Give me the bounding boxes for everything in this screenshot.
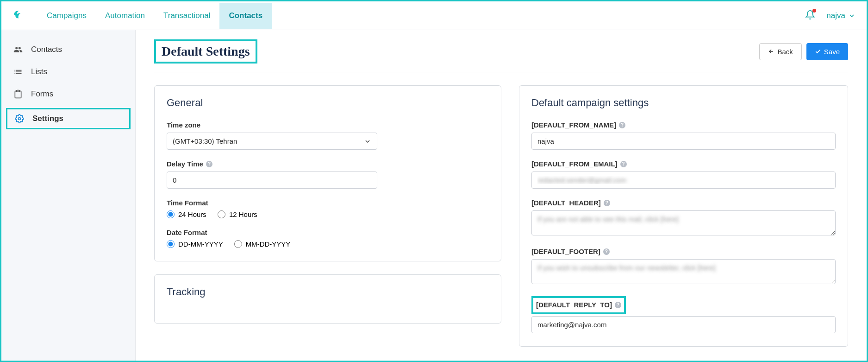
sidebar: Contacts Lists Forms Settings — [1, 30, 136, 361]
page-header: Default Settings Back Save — [154, 39, 848, 64]
list-icon — [13, 67, 24, 76]
from-name-input[interactable] — [531, 133, 836, 150]
timezone-label: Time zone — [167, 121, 489, 129]
save-button[interactable]: Save — [806, 43, 848, 60]
general-heading: General — [167, 97, 489, 109]
sidebar-item-label: Lists — [31, 67, 47, 76]
nav-tab-campaigns[interactable]: Campaigns — [37, 3, 96, 29]
footer-textarea[interactable]: If you wish to unsubscribe from our news… — [531, 259, 836, 284]
nav-tab-transactional[interactable]: Transactional — [154, 3, 219, 29]
user-name: najva — [826, 11, 845, 20]
header-actions: Back Save — [759, 43, 848, 60]
radio-mdy-label: MM-DD-YYYY — [246, 240, 291, 248]
delay-label: Delay Time ? — [167, 160, 489, 168]
sidebar-item-settings[interactable]: Settings — [6, 108, 131, 129]
campaign-settings-card: Default campaign settings [DEFAULT_FROM_… — [519, 85, 848, 347]
svg-rect-0 — [17, 90, 20, 92]
help-icon[interactable]: ? — [615, 302, 621, 308]
topbar-right: najva — [805, 10, 856, 22]
radio-24h[interactable]: 24 Hours — [167, 210, 206, 218]
clipboard-icon — [13, 89, 24, 99]
save-label: Save — [824, 48, 840, 56]
radio-24h-label: 24 Hours — [178, 210, 206, 218]
sidebar-item-label: Contacts — [31, 45, 62, 54]
sidebar-item-forms[interactable]: Forms — [1, 83, 135, 105]
reply-to-highlight: [DEFAULT_REPLY_TO] ? — [531, 296, 626, 314]
timezone-select[interactable]: (GMT+03:30) Tehran — [167, 133, 377, 150]
sidebar-item-lists[interactable]: Lists — [1, 61, 135, 83]
tracking-heading: Tracking — [167, 286, 489, 298]
radio-12h[interactable]: 12 Hours — [218, 210, 257, 218]
sidebar-item-contacts[interactable]: Contacts — [1, 38, 135, 61]
main-content: Default Settings Back Save General — [136, 30, 867, 361]
radio-12h-label: 12 Hours — [229, 210, 257, 218]
dateformat-label: Date Format — [167, 229, 489, 236]
help-icon[interactable]: ? — [604, 200, 610, 206]
nav-tab-contacts[interactable]: Contacts — [219, 3, 272, 29]
header-label: [DEFAULT_HEADER] ? — [531, 199, 836, 207]
help-icon[interactable]: ? — [619, 122, 625, 128]
tracking-card: Tracking — [154, 274, 501, 324]
chevron-down-icon — [848, 12, 856, 19]
general-card: General Time zone (GMT+03:30) Tehran Del… — [154, 85, 501, 261]
radio-mdy-input[interactable] — [234, 240, 242, 248]
page-title: Default Settings — [154, 39, 257, 64]
footer-label: [DEFAULT_FOOTER] ? — [531, 248, 836, 255]
radio-dmy-input[interactable] — [167, 240, 175, 248]
from-email-input[interactable] — [531, 171, 836, 189]
radio-dmy[interactable]: DD-MM-YYYY — [167, 240, 223, 248]
from-name-label: [DEFAULT_FROM_NAME] ? — [531, 121, 836, 129]
sidebar-item-label: Settings — [32, 114, 63, 123]
check-icon — [815, 48, 821, 55]
gear-icon — [15, 114, 25, 123]
from-email-label: [DEFAULT_FROM_EMAIL] ? — [531, 160, 836, 168]
divider — [154, 72, 848, 72]
header-textarea[interactable]: If you are not able to see this mail, cl… — [531, 210, 836, 235]
help-icon[interactable]: ? — [206, 161, 212, 167]
back-button[interactable]: Back — [759, 43, 801, 60]
main-nav: Campaigns Automation Transactional Conta… — [37, 3, 272, 29]
nav-tab-automation[interactable]: Automation — [96, 3, 154, 29]
sidebar-item-label: Forms — [31, 89, 53, 99]
svg-point-1 — [19, 118, 21, 120]
notification-dot — [812, 9, 816, 13]
arrow-left-icon — [768, 48, 774, 55]
notifications-button[interactable] — [805, 10, 815, 22]
timeformat-label: Time Format — [167, 199, 489, 207]
reply-to-label: [DEFAULT_REPLY_TO] ? — [536, 301, 621, 309]
campaign-heading: Default campaign settings — [531, 97, 836, 109]
users-icon — [13, 45, 24, 54]
topbar: Campaigns Automation Transactional Conta… — [1, 1, 867, 30]
help-icon[interactable]: ? — [603, 248, 610, 255]
reply-to-input[interactable] — [531, 316, 836, 333]
radio-dmy-label: DD-MM-YYYY — [178, 240, 223, 248]
radio-12h-input[interactable] — [218, 210, 225, 218]
back-label: Back — [777, 48, 793, 56]
delay-input[interactable] — [167, 171, 377, 189]
app-logo[interactable] — [12, 9, 25, 23]
radio-mdy[interactable]: MM-DD-YYYY — [234, 240, 291, 248]
radio-24h-input[interactable] — [167, 210, 175, 218]
user-menu[interactable]: najva — [826, 11, 856, 20]
help-icon[interactable]: ? — [620, 161, 627, 167]
